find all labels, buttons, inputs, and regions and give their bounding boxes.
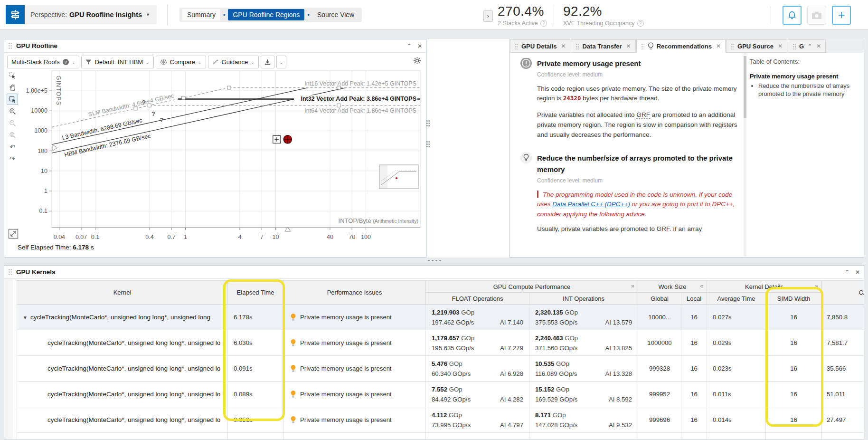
- recommendation-section-1: Private memory usage present Confidence …: [520, 58, 739, 140]
- recommendation-paragraph: Private variables not allocated into GRF…: [537, 110, 739, 140]
- plot-area[interactable]: [52, 71, 420, 228]
- drag-handle-icon[interactable]: [8, 42, 12, 49]
- performance-issue-cell[interactable]: Private memory usage is present: [283, 356, 426, 382]
- collapse-icon[interactable]: ⌃: [808, 43, 812, 49]
- close-panel-icon[interactable]: ✕: [417, 43, 422, 49]
- col-header-simd-width[interactable]: SIMD Width: [766, 293, 822, 305]
- kernel-name-cell[interactable]: cycleTracking(MonteCarlo*, unsigned long…: [17, 407, 228, 433]
- expand-row-icon[interactable]: ▼: [23, 315, 28, 320]
- kernel-name-cell[interactable]: ▼cycleTracking(MonteCarlo*, unsigned lon…: [17, 305, 228, 330]
- performance-issue-cell[interactable]: Private memory usage is present: [283, 305, 426, 330]
- private-memory-size-value: 24320: [563, 95, 581, 102]
- confidence-level: Confidence level: medium: [537, 176, 739, 185]
- notifications-button[interactable]: [783, 6, 802, 25]
- help-icon[interactable]: ?: [540, 20, 547, 27]
- performance-issue-cell[interactable]: Private memory usage is present: [283, 407, 426, 433]
- report-tab-source-view[interactable]: Source View: [312, 9, 359, 20]
- zoom-in-icon[interactable]: [7, 105, 18, 117]
- dpcpp-link[interactable]: Data Parallel C++ (DPC++): [552, 201, 630, 208]
- carm-cell: 51.011: [822, 382, 864, 407]
- grf-term[interactable]: GRF: [636, 111, 650, 119]
- roofline-chart[interactable]: SLM Bandwidth: 4.66e+4 GB/secL3 Bandwidt…: [20, 64, 425, 254]
- toc-heading[interactable]: Private memory usage present: [750, 73, 860, 80]
- pan-icon[interactable]: [7, 82, 18, 93]
- help-icon[interactable]: ?: [637, 20, 644, 27]
- col-header-elapsed-time[interactable]: Elapsed Time: [228, 281, 283, 305]
- collapse-panel-icon[interactable]: ⌃: [407, 43, 412, 49]
- undo-icon[interactable]: ↶: [7, 141, 18, 153]
- expand-metrics-button[interactable]: ›: [483, 10, 493, 22]
- panel-resize-handle[interactable]: [426, 141, 430, 148]
- col-group-kernel-details[interactable]: Kernel Details»: [707, 281, 822, 293]
- kernel-row[interactable]: ▼cycleTracking(MonteCarlo*, unsigned lon…: [17, 305, 864, 330]
- col-header-float-operations[interactable]: FLOAT Operations: [426, 293, 529, 305]
- drag-handle-icon[interactable]: [8, 268, 12, 276]
- col-header-performance-issues[interactable]: Performance Issues: [283, 281, 426, 305]
- new-project-button[interactable]: +: [832, 6, 851, 25]
- col-header-global[interactable]: Global: [638, 293, 681, 305]
- toc-item[interactable]: Reduce the number/size of arrays promote…: [758, 82, 860, 98]
- col-header-kernel[interactable]: Kernel: [17, 281, 228, 305]
- close-tab-icon[interactable]: ✕: [716, 43, 721, 49]
- tab-separator-dot: •: [307, 11, 310, 19]
- kernel-name-cell[interactable]: cycleTracking(MonteCarlo*, unsigned long…: [17, 330, 228, 356]
- kernel-row[interactable]: cycleTracking(MonteCarlo*, unsigned long…: [17, 407, 864, 433]
- close-tab-icon[interactable]: ✕: [561, 43, 566, 49]
- expand-group-icon[interactable]: »: [815, 283, 818, 289]
- details-tab-gpu-details[interactable]: GPU Details✕: [510, 39, 570, 53]
- horizontal-splitter-handle[interactable]: [427, 259, 443, 262]
- close-tab-icon[interactable]: ✕: [626, 43, 631, 49]
- perspective-selector[interactable]: Perspective: GPU Roofline Insights ▼: [6, 5, 157, 24]
- col-header-carm[interactable]: CARM,: [822, 281, 864, 305]
- zoom-out-icon: [7, 117, 18, 129]
- panel-resize-handle[interactable]: [426, 120, 430, 127]
- expand-chart-button[interactable]: [8, 229, 19, 240]
- col-group-work-size[interactable]: Work Size«: [638, 281, 707, 293]
- y-tick-label: 0.1: [39, 208, 47, 214]
- collapse-panel-icon[interactable]: ⌃: [845, 269, 849, 276]
- tab-label: GPU Details: [521, 43, 557, 50]
- snapshot-button: [807, 6, 826, 25]
- col-group-gpu-compute-performance[interactable]: GPU Compute Performance»: [426, 281, 638, 293]
- zoom-selection-icon: [7, 129, 18, 141]
- col-header-int-operations[interactable]: INT Operations: [529, 293, 638, 305]
- table-left-gutter: [4, 279, 13, 440]
- details-tab-data-transfer[interactable]: Data Transfer✕: [571, 39, 635, 53]
- compute-roof-label: Int32 Vector Add Peak: 3.86e+4 GINTOPS: [301, 96, 416, 102]
- performance-issue-cell[interactable]: Private memory usage is present: [283, 382, 426, 407]
- details-tab-g[interactable]: G⌃✕: [788, 39, 826, 53]
- details-tab-gpu-source[interactable]: GPU Source✕: [726, 39, 787, 53]
- close-tab-icon[interactable]: ✕: [816, 43, 821, 49]
- chart-tool-strip: ↶↷: [7, 70, 19, 165]
- kernel-row[interactable]: cycleTracking(MonteCarlo*, unsigned long…: [17, 356, 864, 382]
- expand-group-icon[interactable]: «: [700, 283, 703, 289]
- redo-icon[interactable]: ↷: [7, 153, 18, 164]
- kernel-row-partial[interactable]: 4.028 GOp 8.015 GOp: [17, 433, 864, 440]
- float-operations-cell: 1,219.903 GOp197.462 GOp/sAI 7.140: [426, 305, 529, 330]
- x-tick-label: 70: [349, 234, 355, 240]
- expand-group-icon[interactable]: »: [631, 283, 634, 289]
- performance-issue-cell[interactable]: Private memory usage is present: [283, 330, 426, 356]
- kernel-row[interactable]: cycleTracking(MonteCarlo*, unsigned long…: [17, 330, 864, 356]
- kernel-row[interactable]: cycleTracking(MonteCarlo*, unsigned long…: [17, 382, 864, 407]
- col-header-average-time[interactable]: Average Time: [707, 293, 766, 305]
- report-tab-summary[interactable]: Summary: [182, 9, 220, 20]
- roof-marker: [134, 107, 137, 110]
- roof-marker: [227, 86, 231, 89]
- divider: [167, 4, 168, 25]
- col-header-local[interactable]: Local: [681, 293, 707, 305]
- box-select-icon[interactable]: [7, 94, 18, 105]
- report-tab-gpu-roofline-regions[interactable]: GPU Roofline Regions: [228, 9, 304, 20]
- close-panel-icon[interactable]: ✕: [855, 269, 860, 276]
- scrollbar-thumb[interactable]: [744, 56, 746, 118]
- perspective-label: Perspective:: [30, 11, 67, 19]
- divider: [771, 6, 771, 23]
- close-tab-icon[interactable]: ✕: [778, 43, 783, 49]
- simd-width-cell: 16: [766, 356, 822, 382]
- gpu-roofline-panel-header: GPU Roofline ⌃ ✕: [4, 39, 426, 53]
- select-icon[interactable]: [7, 70, 18, 81]
- kernel-name-cell[interactable]: cycleTracking(MonteCarlo*, unsigned long…: [17, 382, 228, 407]
- y-axis-title: GINTOPS: [55, 76, 62, 105]
- kernel-name-cell[interactable]: cycleTracking(MonteCarlo*, unsigned long…: [17, 356, 228, 382]
- details-tab-recommendations[interactable]: Recommendations✕: [636, 39, 726, 53]
